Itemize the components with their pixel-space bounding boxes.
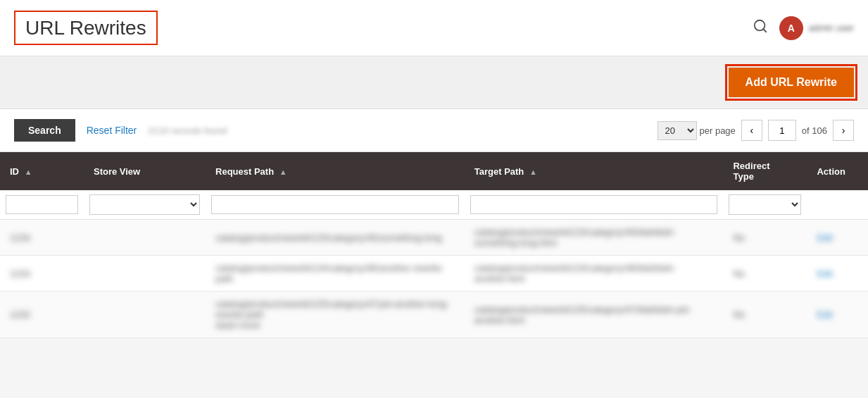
cell-redirect-type: No — [723, 292, 807, 338]
filter-redirect-type[interactable] — [729, 194, 801, 215]
edit-link[interactable]: Edit — [817, 309, 832, 320]
col-header-target-path[interactable]: Target Path ▲ — [465, 152, 724, 190]
cell-target-path: catalog/product/view/id/124/category/46/… — [465, 256, 724, 292]
table-header-row: ID ▲ Store View Request Path ▲ Target Pa… — [0, 152, 868, 190]
per-page-label: per page — [700, 125, 736, 136]
filter-target-path[interactable] — [470, 195, 718, 214]
edit-link[interactable]: Edit — [817, 268, 832, 279]
filter-request-path[interactable] — [211, 195, 459, 214]
cell-id: 1234 — [0, 220, 84, 256]
cell-action[interactable]: Edit — [807, 256, 868, 292]
cell-target-path: catalog/product/view/id/125/category/47/… — [465, 292, 724, 338]
per-page-select[interactable]: 20 30 50 100 200 per page — [658, 121, 736, 140]
search-button[interactable]: Search — [14, 119, 75, 142]
cell-id: 1232 — [0, 292, 84, 338]
cell-store-view — [84, 256, 206, 292]
total-pages: of 106 — [802, 125, 827, 136]
add-url-rewrite-button[interactable]: Add URL Rewrite — [729, 68, 854, 97]
svg-line-1 — [763, 29, 766, 32]
user-avatar-area[interactable]: A admin user — [779, 16, 854, 40]
per-page-dropdown[interactable]: 20 30 50 100 200 — [658, 121, 697, 140]
avatar: A — [779, 16, 803, 40]
sort-icon-target: ▲ — [529, 168, 537, 176]
cell-target-path: catalog/product/view/id/123/category/45/… — [465, 220, 724, 256]
cell-store-view — [84, 220, 206, 256]
col-header-store-view[interactable]: Store View — [84, 152, 206, 190]
table-row: 1232 catalog/product/view/id/125/categor… — [0, 292, 868, 338]
data-table: ID ▲ Store View Request Path ▲ Target Pa… — [0, 152, 868, 338]
toolbar: Search Reset Filter 2110 records found 2… — [0, 109, 868, 152]
user-name: admin user — [809, 23, 854, 33]
col-header-request-path[interactable]: Request Path ▲ — [206, 152, 465, 190]
cell-request-path: catalog/product/view/id/125/category/47/… — [206, 292, 465, 338]
cell-request-path: catalog/product/view/id/124/category/46/… — [206, 256, 465, 292]
sort-icon-request: ▲ — [279, 168, 287, 176]
filter-store-view[interactable] — [89, 194, 200, 215]
cell-action[interactable]: Edit — [807, 220, 868, 256]
pagination: 20 30 50 100 200 per page ‹ of 106 › — [658, 120, 855, 141]
page-header: URL Rewrites A admin user — [0, 0, 868, 56]
edit-link[interactable]: Edit — [817, 232, 832, 243]
global-search-icon[interactable] — [753, 18, 768, 37]
action-bar: Add URL Rewrite — [0, 56, 868, 109]
col-header-id[interactable]: ID ▲ — [0, 152, 84, 190]
cell-request-path: catalog/product/view/id/123/category/45/… — [206, 220, 465, 256]
filter-id[interactable] — [6, 195, 78, 214]
next-page-button[interactable]: › — [833, 120, 854, 141]
col-header-action: Action — [807, 152, 868, 190]
col-header-redirect-type[interactable]: RedirectType — [723, 152, 807, 190]
cell-store-view — [84, 292, 206, 338]
cell-id: 1233 — [0, 256, 84, 292]
filter-row — [0, 190, 868, 220]
table-row: 1234 catalog/product/view/id/123/categor… — [0, 220, 868, 256]
cell-action[interactable]: Edit — [807, 292, 868, 338]
reset-filter-button[interactable]: Reset Filter — [87, 125, 137, 136]
current-page-input[interactable] — [768, 120, 796, 141]
header-right: A admin user — [753, 16, 854, 40]
page-title: URL Rewrites — [14, 11, 158, 46]
sort-icon-id: ▲ — [25, 168, 32, 176]
cell-redirect-type: No — [723, 220, 807, 256]
records-found: 2110 records found — [148, 125, 646, 136]
prev-page-button[interactable]: ‹ — [741, 120, 762, 141]
cell-redirect-type: No — [723, 256, 807, 292]
table-row: 1233 catalog/product/view/id/124/categor… — [0, 256, 868, 292]
